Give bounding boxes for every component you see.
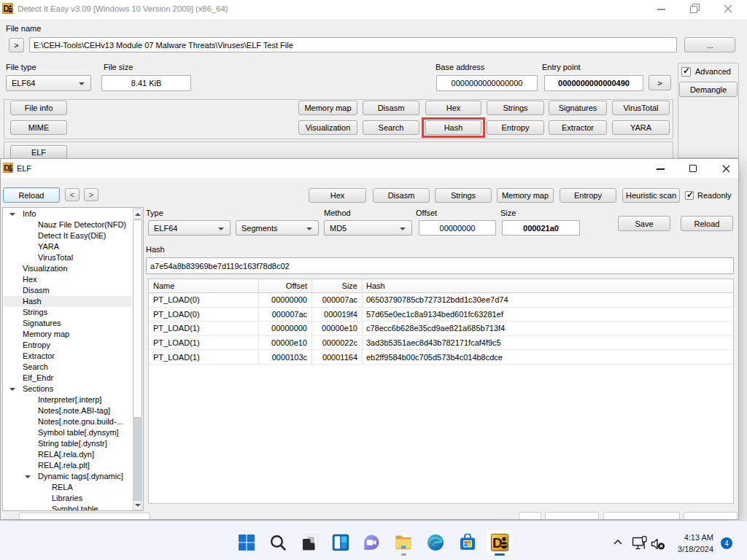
tree-item-memory-map[interactable]: Memory map <box>4 329 132 340</box>
back-button[interactable]: < <box>65 188 80 201</box>
demangle-button[interactable]: Demangle <box>679 82 738 97</box>
column-header-hash[interactable]: Hash <box>363 279 733 292</box>
tree-item-signatures[interactable]: Signatures <box>4 318 132 329</box>
tree-item-yara[interactable]: YARA <box>4 241 132 252</box>
tree-item-detect-it-easy-die[interactable]: Detect It Easy(DiE) <box>4 230 132 241</box>
table-row[interactable]: PT_LOAD(0)000007ac000019f457d65e0ec1c8a9… <box>149 308 733 322</box>
tree-item-virustotal[interactable]: VirusTotal <box>4 252 132 263</box>
file-path-input[interactable]: E:\CEH-Tools\CEHv13 Module 07 Malware Th… <box>29 37 677 52</box>
size-field[interactable]: 000021a0 <box>502 220 580 236</box>
save-button[interactable]: Save <box>618 216 670 231</box>
tree-item-visualization[interactable]: Visualization <box>4 263 132 274</box>
offset-field[interactable]: 00000000 <box>419 220 496 236</box>
scan-button-strings[interactable]: Strings <box>487 101 544 115</box>
file-explorer-icon[interactable] <box>395 534 412 551</box>
reload-button[interactable]: Reload <box>3 187 60 203</box>
tray-chevron-up-icon[interactable] <box>613 538 623 547</box>
detect-it-easy-icon[interactable]: D <box>491 534 508 551</box>
tree-item-disasm[interactable]: Disasm <box>4 285 132 296</box>
entry-point-goto-button[interactable]: > <box>649 75 671 90</box>
minimize-button[interactable] <box>657 9 665 10</box>
file-size-field[interactable]: 8.41 KiB <box>101 75 191 91</box>
scan-button-disasm[interactable]: Disasm <box>363 101 419 115</box>
tree-item-info[interactable]: Info <box>4 209 132 219</box>
scan-button-hex[interactable]: Hex <box>425 101 481 115</box>
store-icon[interactable] <box>459 534 476 551</box>
toolbar-button-strings[interactable]: Strings <box>435 188 492 203</box>
open-arrow-button[interactable]: > <box>9 38 24 52</box>
tree-item-rela-rela-plt[interactable]: RELA[.rela.plt] <box>4 460 132 471</box>
scan-button-search[interactable]: Search <box>363 120 419 135</box>
type-combo[interactable]: ELF64 <box>148 220 231 236</box>
toolbar-button-disasm[interactable]: Disasm <box>373 188 430 203</box>
table-row[interactable]: PT_LOAD(1)0000000000000e10c78ecc6b628e35… <box>149 322 733 336</box>
tree-scrollbar[interactable] <box>133 208 143 510</box>
start-button-icon[interactable] <box>238 534 255 551</box>
toolbar-button-hex[interactable]: Hex <box>309 188 366 203</box>
restore-button[interactable] <box>690 4 700 13</box>
scan-button-virustotal[interactable]: VirusTotal <box>612 101 670 115</box>
table-row[interactable]: PT_LOAD(0)00000000000007ac06503790785cb7… <box>149 293 733 308</box>
tree-item-symbol-table-dynsym[interactable]: Symbol table[.dynsym] <box>4 427 132 438</box>
search-icon[interactable] <box>269 534 287 551</box>
toolbar-button-memory-map[interactable]: Memory map <box>497 188 554 203</box>
base-address-field[interactable]: 0000000000000000 <box>436 75 538 91</box>
tree-item-notes-note-gnu-build[interactable]: Notes[.note.gnu.build-... <box>4 416 132 427</box>
tree-item-strings[interactable]: Strings <box>4 307 132 318</box>
mime-button[interactable]: MIME <box>10 120 67 135</box>
task-view-icon[interactable] <box>301 534 319 551</box>
toolbar-button-heuristic-scan[interactable]: Heuristic scan <box>622 188 680 203</box>
file-info-button[interactable]: File info <box>10 101 67 115</box>
scan-button-signatures[interactable]: Signatures <box>549 101 607 115</box>
scroll-down-button[interactable] <box>133 500 142 510</box>
scroll-track[interactable] <box>133 418 142 500</box>
notification-badge[interactable]: 4 <box>721 537 732 549</box>
browse-button[interactable]: ... <box>684 37 735 52</box>
toolbar-button-entropy[interactable]: Entropy <box>560 188 616 203</box>
forward-button[interactable]: > <box>84 188 98 201</box>
edge-icon[interactable] <box>427 534 444 551</box>
tree-item-string-table-dynstr[interactable]: String table[.dynstr] <box>4 438 132 449</box>
scan-button-memory-map[interactable]: Memory map <box>298 101 357 115</box>
tree-item-hash[interactable]: Hash <box>4 296 132 307</box>
tree-item-dynamic-tags-dynamic[interactable]: Dynamic tags[.dynamic] <box>4 471 132 482</box>
scroll-up-button[interactable] <box>133 209 142 219</box>
tree-item-nauz-file-detector-nfd[interactable]: Nauz File Detector(NFD) <box>4 219 132 230</box>
reload-right-button[interactable]: Reload <box>681 216 733 231</box>
column-header-size[interactable]: Size <box>312 279 363 292</box>
tray-clock-time[interactable]: 4:13 AM <box>662 533 713 542</box>
advanced-checkbox[interactable]: ✓ <box>681 67 691 77</box>
tree-item-sections[interactable]: Sections <box>4 384 132 394</box>
maximize-button[interactable] <box>689 165 697 172</box>
method-combo[interactable]: MD5 <box>324 220 412 236</box>
scroll-thumb[interactable] <box>133 219 142 418</box>
chat-icon[interactable] <box>363 534 380 551</box>
minimize-button[interactable] <box>657 168 665 170</box>
segments-combo[interactable]: Segments <box>236 220 319 236</box>
file-type-combo[interactable]: ELF64 <box>6 75 91 91</box>
readonly-checkbox[interactable]: ✓ <box>685 191 694 200</box>
table-row[interactable]: PT_LOAD(1)0000103c00001164eb2ff9584b00c7… <box>149 350 733 365</box>
close-button[interactable] <box>724 4 732 13</box>
network-icon[interactable] <box>632 536 648 551</box>
elf-type-button[interactable]: ELF <box>10 145 67 160</box>
column-header-offset[interactable]: Offset <box>259 279 312 292</box>
tree-item-entropy[interactable]: Entropy <box>4 340 132 351</box>
tree-item-elf-ehdr[interactable]: Elf_Ehdr <box>4 373 132 384</box>
tree-item-extractor[interactable]: Extractor <box>4 351 132 362</box>
tree-item-rela-rela-dyn[interactable]: RELA[.rela.dyn] <box>4 449 132 460</box>
scan-button-extractor[interactable]: Extractor <box>549 120 607 135</box>
tree-expand-arrow-icon[interactable] <box>9 213 15 216</box>
tree-expand-arrow-icon[interactable] <box>9 388 15 391</box>
tree-item-libraries[interactable]: Libraries <box>4 493 132 504</box>
scan-button-yara[interactable]: YARA <box>612 120 670 135</box>
tree-item-symbol-table[interactable]: Symbol table <box>4 504 132 511</box>
tree-item-notes-note-abi-tag[interactable]: Notes[.note.ABI-tag] <box>4 405 132 416</box>
close-button[interactable] <box>722 165 730 173</box>
hash-field[interactable]: a7e54a8b83969be7d119c163f78d8c02 <box>146 257 734 274</box>
tree-item-search[interactable]: Search <box>4 362 132 373</box>
tree-item-hex[interactable]: Hex <box>4 274 132 285</box>
tray-clock-date[interactable]: 3/18/2024 <box>662 545 713 553</box>
scan-button-entropy[interactable]: Entropy <box>487 120 544 135</box>
column-header-name[interactable]: Name <box>149 279 259 292</box>
